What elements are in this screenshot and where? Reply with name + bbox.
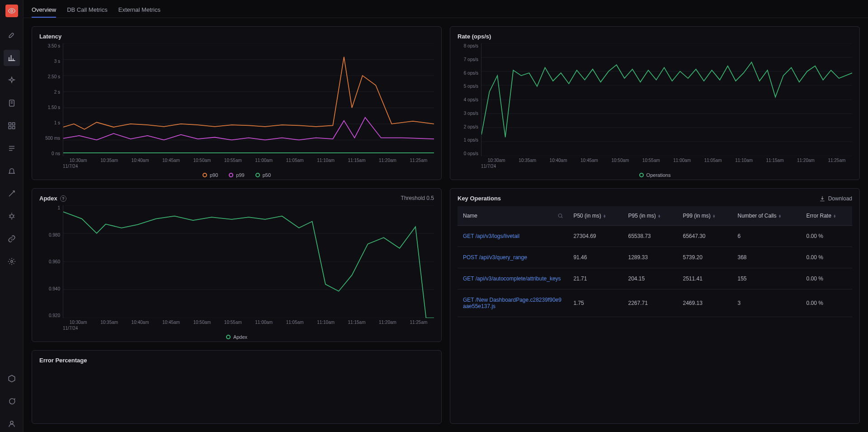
nav-grid[interactable] xyxy=(4,118,20,134)
y-tick: 5 ops/s xyxy=(464,84,478,89)
nav-doc[interactable] xyxy=(4,95,20,111)
cell-err: 0.00 % xyxy=(801,268,853,290)
legend-operations[interactable]: Operations xyxy=(639,172,671,178)
op-link[interactable]: POST /api/v3/query_range xyxy=(463,254,527,261)
nav-integrations[interactable] xyxy=(4,231,20,247)
x-tick: 10:40am xyxy=(543,158,574,163)
y-tick: 3 s xyxy=(54,59,60,64)
col-error-rate[interactable]: Error Rate▲▼ xyxy=(801,206,853,226)
y-tick: 2.50 s xyxy=(48,74,60,79)
doc-icon xyxy=(8,99,16,107)
nav-sparkle[interactable] xyxy=(4,72,20,89)
rate-chart[interactable]: 8 ops/s 7 ops/s 6 ops/s 5 ops/s 4 ops/s … xyxy=(458,43,852,178)
svg-point-7 xyxy=(10,261,13,263)
latency-y-axis: 3.50 s 3 s 2.50 s 2 s 1.50 s 1 s 500 ms … xyxy=(39,43,63,156)
rocket-icon xyxy=(8,31,16,39)
x-tick: 10:35am xyxy=(512,158,542,163)
table-row[interactable]: POST /api/v3/query_range 91.46 1289.33 5… xyxy=(458,247,852,268)
x-tick: 10:50am xyxy=(187,320,217,325)
legend-p99[interactable]: p99 xyxy=(229,172,244,178)
sort-icon[interactable]: ▲▼ xyxy=(833,214,836,218)
link-icon xyxy=(8,235,16,243)
threshold-label: Threshold xyxy=(401,195,425,201)
sort-icon[interactable]: ▲▼ xyxy=(603,214,606,218)
tab-overview[interactable]: Overview xyxy=(32,2,56,18)
cell-err: 0.00 % xyxy=(801,226,853,247)
col-name[interactable]: Name xyxy=(458,206,568,226)
nav-metrics[interactable] xyxy=(4,50,20,66)
sort-icon[interactable]: ▲▼ xyxy=(778,214,782,218)
y-tick: 7 ops/s xyxy=(464,57,478,62)
cell-p95: 204.15 xyxy=(623,268,677,290)
rate-panel: Rate (ops/s) 8 ops/s 7 ops/s 6 ops/s 5 o… xyxy=(450,26,860,180)
key-operations-panel: Key Operations Download Name P50 (in ms)… xyxy=(450,188,860,424)
latency-plot[interactable] xyxy=(63,43,434,156)
download-button[interactable]: Download xyxy=(819,195,852,202)
sort-icon[interactable]: ▲▼ xyxy=(712,214,716,218)
download-label: Download xyxy=(828,195,852,202)
gear-icon xyxy=(8,257,16,266)
latency-title: Latency xyxy=(39,33,434,40)
op-link[interactable]: GET /New DashboardPage.c28239f90e9aae55e… xyxy=(463,297,561,309)
x-tick: 10:45am xyxy=(156,158,186,163)
apdex-chart[interactable]: 1 0.980 0.960 0.940 0.920 xyxy=(39,205,434,340)
y-tick: 1 s xyxy=(54,120,60,125)
col-label: Error Rate xyxy=(807,213,831,219)
col-p50[interactable]: P50 (in ms)▲▼ xyxy=(568,206,623,226)
nav-bug[interactable] xyxy=(4,208,20,224)
cell-calls: 6 xyxy=(732,226,801,247)
cell-calls: 3 xyxy=(732,290,801,317)
x-tick: 10:50am xyxy=(187,158,217,163)
nav-settings[interactable] xyxy=(4,253,20,270)
latency-legend: p90 p99 p50 xyxy=(39,172,434,178)
x-tick: 10:30am xyxy=(481,158,512,163)
latency-x-date: 11/7/24 xyxy=(63,163,434,169)
y-tick: 0.920 xyxy=(49,313,60,318)
legend-apdex[interactable]: Apdex xyxy=(226,334,247,340)
x-tick: 11:00am xyxy=(249,320,279,325)
table-row[interactable]: GET /api/v3/autocomplete/attribute_keys … xyxy=(458,268,852,290)
svg-point-0 xyxy=(10,10,13,12)
col-calls[interactable]: Number of Calls▲▼ xyxy=(732,206,801,226)
bell-icon xyxy=(8,167,16,175)
x-tick: 10:45am xyxy=(156,320,186,325)
app-logo[interactable] xyxy=(5,5,18,17)
cell-calls: 155 xyxy=(732,268,801,290)
help-icon[interactable]: ? xyxy=(60,195,66,202)
nav-list[interactable] xyxy=(4,140,20,157)
op-link[interactable]: GET /api/v3/autocomplete/attribute_keys xyxy=(463,275,561,282)
apdex-panel: Apdex ? Threshold 0.5 1 0.980 0.960 0.94… xyxy=(32,188,442,342)
y-tick: 1 xyxy=(57,205,60,210)
grid-icon xyxy=(8,122,16,130)
x-tick: 11:15am xyxy=(760,158,790,163)
col-p99[interactable]: P99 (in ms)▲▼ xyxy=(677,206,732,226)
tab-external-metrics[interactable]: External Metrics xyxy=(118,2,160,18)
nav-rocket[interactable] xyxy=(4,27,20,43)
y-tick: 1.50 s xyxy=(48,105,60,110)
nav-box[interactable] xyxy=(4,370,20,387)
latency-chart[interactable]: 3.50 s 3 s 2.50 s 2 s 1.50 s 1 s 500 ms … xyxy=(39,43,434,178)
rate-plot[interactable] xyxy=(481,43,852,156)
nav-wand[interactable] xyxy=(4,185,20,202)
table-row[interactable]: GET /api/v3/logs/livetail 27304.69 65538… xyxy=(458,226,852,247)
op-link[interactable]: GET /api/v3/logs/livetail xyxy=(463,233,519,239)
y-tick: 4 ops/s xyxy=(464,97,478,102)
cell-p50: 27304.69 xyxy=(568,226,623,247)
nav-chat[interactable] xyxy=(4,393,20,409)
apdex-y-axis: 1 0.980 0.960 0.940 0.920 xyxy=(39,205,63,318)
tab-db-call-metrics[interactable]: DB Call Metrics xyxy=(67,2,108,18)
col-p95[interactable]: P95 (in ms)▲▼ xyxy=(623,206,677,226)
sort-icon[interactable]: ▲▼ xyxy=(658,214,661,218)
x-tick: 10:55am xyxy=(217,158,248,163)
table-row[interactable]: GET /New DashboardPage.c28239f90e9aae55e… xyxy=(458,290,852,317)
apdex-x-axis: 10:30am 10:35am 10:40am 10:45am 10:50am … xyxy=(63,318,434,325)
x-tick: 11:00am xyxy=(667,158,698,163)
threshold-value: 0.5 xyxy=(426,195,434,201)
legend-p90[interactable]: p90 xyxy=(203,172,218,178)
nav-alerts[interactable] xyxy=(4,163,20,179)
apdex-plot[interactable] xyxy=(63,205,434,318)
search-icon[interactable] xyxy=(557,213,563,219)
nav-user[interactable] xyxy=(4,416,20,432)
legend-p50[interactable]: p50 xyxy=(255,172,271,178)
legend-label: Operations xyxy=(646,172,671,178)
